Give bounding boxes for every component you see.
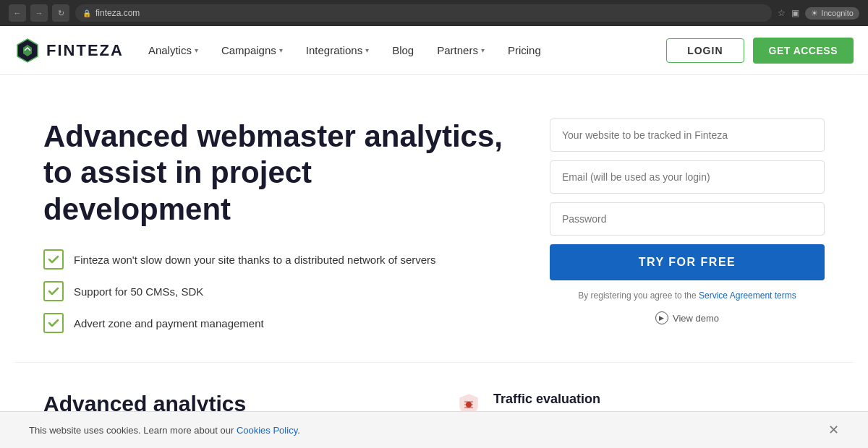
traffic-title: Traffic evaluation [493, 392, 825, 407]
email-input[interactable] [550, 160, 825, 194]
browser-right-controls: ☆ ▣ ☀ Incognito [778, 7, 859, 20]
view-demo-label: View demo [673, 313, 719, 324]
browser-chrome: ← → ↻ 🔒 finteza.com ☆ ▣ ☀ Incognito [0, 0, 868, 26]
hero-title: Advanced webmaster analytics, to assist … [43, 119, 506, 228]
chevron-down-icon: ▾ [195, 46, 198, 54]
feature-item-3: Advert zone and payment management [43, 313, 506, 333]
bookmark-icon[interactable]: ☆ [778, 8, 786, 18]
view-demo-link[interactable]: ▶ View demo [550, 311, 825, 324]
nav-item-partners[interactable]: Partners ▾ [427, 38, 495, 62]
nav-item-analytics[interactable]: Analytics ▾ [138, 38, 208, 62]
cookie-close-button[interactable]: ✕ [828, 422, 839, 438]
play-icon: ▶ [655, 311, 668, 324]
incognito-badge: ☀ Incognito [805, 7, 859, 20]
incognito-label: Incognito [821, 9, 854, 17]
url-text: finteza.com [95, 8, 140, 18]
address-bar[interactable]: 🔒 finteza.com [75, 4, 772, 22]
main-content: Advanced webmaster analytics, to assist … [14, 75, 854, 362]
get-access-button[interactable]: GET ACCESS [753, 38, 854, 64]
refresh-button[interactable]: ↻ [52, 4, 69, 22]
chevron-down-icon: ▾ [279, 46, 283, 54]
feature-text-3: Advert zone and payment management [74, 317, 264, 329]
website-input[interactable] [550, 119, 825, 152]
check-icon-3 [43, 313, 64, 333]
cookie-banner: This website uses cookies. Learn more ab… [0, 411, 868, 448]
nav-item-pricing[interactable]: Pricing [498, 38, 551, 62]
cookie-text: This website uses cookies. Learn more ab… [29, 425, 300, 436]
nav-item-campaigns[interactable]: Campaigns ▾ [211, 38, 293, 62]
logo-link[interactable]: FINTEZA [14, 38, 124, 64]
chevron-down-icon: ▾ [481, 46, 485, 54]
nav-right: LOGIN GET ACCESS [666, 38, 854, 64]
service-agreement-link[interactable]: Service Agreement terms [699, 290, 796, 301]
feature-text-1: Finteza won't slow down your site thanks… [74, 254, 436, 266]
incognito-icon: ☀ [811, 9, 818, 18]
browser-nav-controls[interactable]: ← → ↻ [9, 4, 69, 22]
nav-links: Analytics ▾ Campaigns ▾ Integrations ▾ B… [138, 38, 666, 62]
checkmark-svg [48, 285, 59, 297]
navbar: FINTEZA Analytics ▾ Campaigns ▾ Integrat… [0, 26, 868, 75]
nav-item-blog[interactable]: Blog [382, 38, 424, 62]
nav-item-integrations[interactable]: Integrations ▾ [296, 38, 379, 62]
logo-icon [14, 38, 41, 64]
checkmark-svg [48, 254, 59, 265]
login-button[interactable]: LOGIN [666, 38, 744, 63]
feature-item-2: Support for 50 CMSs, SDK [43, 281, 506, 301]
logo-text: FINTEZA [46, 41, 124, 60]
back-button[interactable]: ← [9, 4, 26, 22]
check-icon-2 [43, 281, 64, 301]
cookies-policy-link[interactable]: Cookies Policy [237, 425, 297, 436]
feature-list: Finteza won't slow down your site thanks… [43, 249, 506, 333]
feature-text-2: Support for 50 CMSs, SDK [74, 285, 203, 298]
password-input[interactable] [550, 202, 825, 236]
try-free-button[interactable]: TRY FOR FREE [550, 244, 825, 280]
lock-icon: 🔒 [82, 9, 91, 17]
feature-item-1: Finteza won't slow down your site thanks… [43, 249, 506, 270]
form-agreement: By registering you agree to the Service … [550, 289, 825, 303]
registration-form: TRY FOR FREE By registering you agree to… [550, 119, 825, 324]
hero-left: Advanced webmaster analytics, to assist … [43, 119, 506, 333]
tab-icon[interactable]: ▣ [791, 8, 799, 18]
forward-button[interactable]: → [30, 4, 48, 22]
checkmark-svg [48, 317, 59, 329]
chevron-down-icon: ▾ [365, 46, 369, 54]
check-icon-1 [43, 249, 64, 270]
